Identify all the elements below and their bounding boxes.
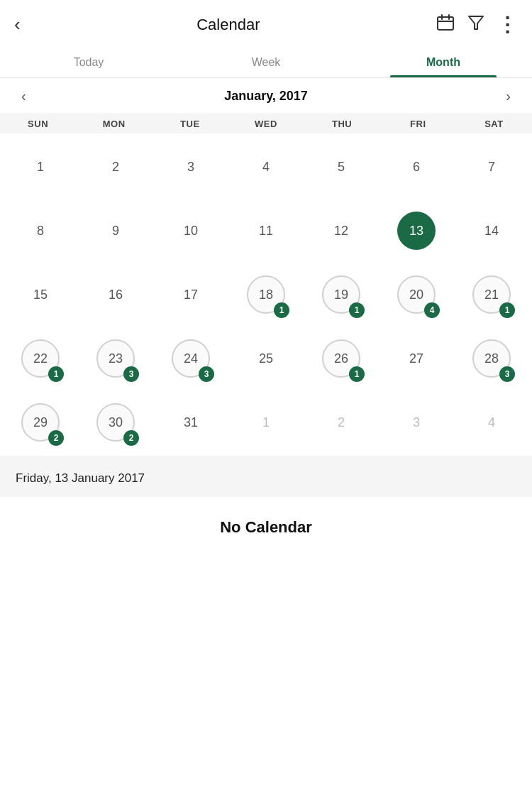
tab-week[interactable]: Week (177, 46, 355, 77)
date-plain: 14 (472, 212, 511, 250)
date-plain: 3 (397, 403, 436, 442)
calendar-day[interactable]: 6 (379, 133, 454, 197)
selected-date-label: Friday, 13 January 2017 (16, 471, 516, 486)
calendar-day[interactable]: 20 4 (379, 261, 454, 325)
date-plain: 16 (96, 275, 135, 314)
date-plain: 9 (96, 212, 135, 250)
date-plain: 27 (397, 339, 436, 378)
event-badge: 3 (499, 366, 515, 382)
event-badge: 1 (48, 366, 64, 382)
date-plain: 2 (322, 403, 360, 442)
calendar-day[interactable]: 1 (3, 133, 78, 197)
app-header: ‹ Calendar ⋮ (0, 0, 532, 46)
svg-marker-4 (469, 16, 483, 29)
event-badge: 1 (349, 366, 365, 382)
today-circle: 13 (397, 212, 436, 250)
calendar-day[interactable]: 29 2 (3, 389, 78, 453)
event-badge: 2 (123, 430, 139, 446)
calendar-icon[interactable] (436, 13, 455, 36)
event-day-circle: 28 3 (472, 339, 511, 378)
calendar-day[interactable]: 14 (454, 197, 529, 261)
calendar-day[interactable]: 1 (228, 389, 304, 453)
date-plain: 3 (172, 148, 210, 186)
calendar-day[interactable]: 13 (379, 197, 454, 261)
event-day-circle: 19 1 (322, 275, 360, 314)
date-plain: 4 (247, 148, 285, 186)
date-plain: 8 (21, 212, 60, 250)
date-plain: 11 (247, 212, 285, 250)
calendar-day[interactable]: 5 (304, 133, 379, 197)
event-day-circle: 21 1 (472, 275, 511, 314)
day-header-sat: SAT (456, 119, 532, 129)
page-title: Calendar (196, 16, 260, 34)
event-day-circle: 26 1 (322, 339, 360, 378)
event-day-circle: 22 1 (21, 339, 60, 378)
day-header-mon: MON (76, 119, 152, 129)
next-month-button[interactable]: › (500, 85, 516, 107)
calendar-day[interactable]: 2 (304, 389, 379, 453)
calendar-day[interactable]: 27 (379, 325, 454, 389)
no-calendar-title: No Calendar (0, 518, 532, 537)
calendar-day[interactable]: 26 1 (304, 325, 379, 389)
date-plain: 6 (397, 148, 436, 186)
event-badge: 1 (349, 302, 365, 318)
header-actions: ⋮ (436, 13, 518, 36)
month-navigation: ‹ January, 2017 › (0, 78, 532, 113)
svg-rect-0 (438, 17, 453, 30)
calendar-day[interactable]: 22 1 (3, 325, 78, 389)
day-header-thu: THU (304, 119, 380, 129)
event-badge: 1 (499, 302, 515, 318)
calendar-day[interactable]: 17 (153, 261, 228, 325)
calendar-day[interactable]: 23 3 (78, 325, 153, 389)
tab-today[interactable]: Today (0, 46, 177, 77)
calendar-grid: 1 2 3 4 5 6 (0, 133, 532, 453)
date-plain: 17 (172, 275, 210, 314)
date-plain: 4 (472, 403, 511, 442)
prev-month-button[interactable]: ‹ (16, 85, 32, 107)
back-button[interactable]: ‹ (14, 13, 21, 35)
day-header-tue: TUE (152, 119, 228, 129)
calendar-day[interactable]: 3 (379, 389, 454, 453)
date-plain: 31 (172, 403, 210, 442)
day-header-sun: SUN (0, 119, 76, 129)
calendar-day[interactable]: 2 (78, 133, 153, 197)
calendar-day[interactable]: 8 (3, 197, 78, 261)
calendar-day[interactable]: 4 (454, 389, 529, 453)
calendar-day[interactable]: 31 (153, 389, 228, 453)
date-plain: 10 (172, 212, 210, 250)
date-plain: 15 (21, 275, 60, 314)
no-calendar-section: No Calendar (0, 497, 532, 551)
calendar-day[interactable]: 12 (304, 197, 379, 261)
event-day-circle: 24 3 (172, 339, 210, 378)
calendar-day[interactable]: 24 3 (153, 325, 228, 389)
calendar-day[interactable]: 21 1 (454, 261, 529, 325)
event-badge: 2 (48, 430, 64, 446)
calendar-day[interactable]: 16 (78, 261, 153, 325)
calendar-day[interactable]: 19 1 (304, 261, 379, 325)
calendar-day[interactable]: 25 (228, 325, 304, 389)
calendar-day[interactable]: 9 (78, 197, 153, 261)
event-badge: 3 (199, 366, 214, 382)
more-options-icon[interactable]: ⋮ (497, 13, 518, 36)
date-plain: 1 (247, 403, 285, 442)
filter-icon[interactable] (467, 13, 484, 36)
event-day-circle: 29 2 (21, 403, 60, 442)
weekday-headers: SUN MON TUE WED THU FRI SAT (0, 113, 532, 133)
calendar-day[interactable]: 3 (153, 133, 228, 197)
calendar-day[interactable]: 10 (153, 197, 228, 261)
calendar-day[interactable]: 18 1 (228, 261, 304, 325)
date-plain: 12 (322, 212, 360, 250)
calendar-day[interactable]: 28 3 (454, 325, 529, 389)
day-header-wed: WED (228, 119, 304, 129)
calendar-day[interactable]: 11 (228, 197, 304, 261)
calendar-day[interactable]: 4 (228, 133, 304, 197)
calendar-day[interactable]: 30 2 (78, 389, 153, 453)
calendar-day[interactable]: 15 (3, 261, 78, 325)
view-tabs: Today Week Month (0, 46, 532, 78)
date-plain: 5 (322, 148, 360, 186)
date-plain: 2 (96, 148, 135, 186)
event-day-circle: 23 3 (96, 339, 135, 378)
calendar-day[interactable]: 7 (454, 133, 529, 197)
tab-month[interactable]: Month (355, 46, 532, 77)
month-year-title: January, 2017 (224, 89, 308, 104)
